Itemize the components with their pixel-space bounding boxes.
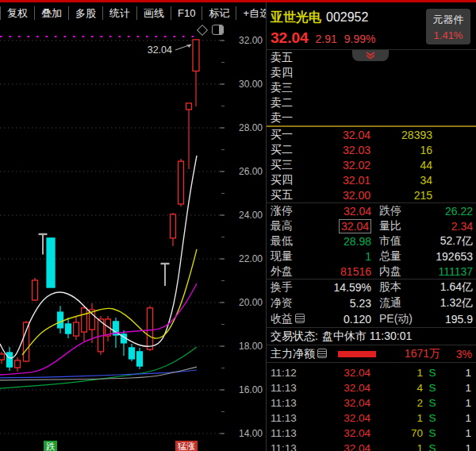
stat-label: 现量 xyxy=(267,249,312,264)
candle-body xyxy=(7,353,13,367)
buy-price: 32.03 xyxy=(315,144,370,156)
buy-price: 32.02 xyxy=(315,159,370,172)
price-annotation: 32.04 xyxy=(148,44,172,56)
stat-value: 32.04 xyxy=(312,205,371,218)
main-net-bar xyxy=(338,351,376,357)
collapse-chevron-button[interactable] xyxy=(352,50,389,61)
stat-value: 2.34 xyxy=(425,220,476,233)
trade-side: S xyxy=(423,382,442,394)
event-tag-drop[interactable]: 跌 xyxy=(44,441,57,451)
trade-volume: 1 xyxy=(370,412,423,424)
stat-label: 量比 xyxy=(371,219,425,233)
stock-title-row: 亚世光电 002952 xyxy=(271,10,368,26)
sell-row-2[interactable]: 卖二 xyxy=(267,95,476,110)
candle-body xyxy=(33,280,38,300)
stat-label: 外盘 xyxy=(267,264,312,279)
stats-row: 最高32.04量比2.34 xyxy=(267,218,476,233)
y-axis-label: 22.00 xyxy=(239,253,263,264)
trading-status-value: 盘中休市 11:30:01 xyxy=(322,330,412,344)
ma-gray-line xyxy=(0,367,197,380)
y-axis-label: 30.00 xyxy=(239,79,263,90)
trade-count: 1 xyxy=(442,427,476,439)
report-period-icon[interactable] xyxy=(295,314,305,323)
y-axis-label: 28.00 xyxy=(239,122,263,133)
trade-time: 11:13 xyxy=(267,427,302,439)
buy-row-5[interactable]: 买五32.00215 xyxy=(267,187,476,202)
stat-value: 1.32亿 xyxy=(425,296,476,310)
trade-price: 32.04 xyxy=(302,442,370,451)
candle-body xyxy=(66,324,71,333)
buy-price: 32.01 xyxy=(315,174,370,187)
sell-row-3[interactable]: 卖三 xyxy=(267,80,476,95)
stat-value: 52.7亿 xyxy=(425,234,476,249)
stat-label: 股本 xyxy=(371,280,425,295)
buy-label: 买三 xyxy=(267,158,315,172)
diamond-marker-icon[interactable] xyxy=(197,24,208,35)
trade-volume: 1 xyxy=(370,442,423,451)
sell-row-1[interactable]: 卖一 xyxy=(267,110,476,125)
ma-green-line xyxy=(0,347,197,388)
trade-price: 32.04 xyxy=(302,427,370,439)
stat-value: 1 xyxy=(312,250,371,263)
candle-body xyxy=(15,360,21,368)
tick-trade-list[interactable]: 11:1232.041S1 11:1332.044S1 11:1332.042S… xyxy=(267,363,476,451)
toolbar-item-draw[interactable]: 画线 xyxy=(137,6,171,21)
sell-label: 卖五 xyxy=(267,51,315,65)
trade-count: 1 xyxy=(442,367,476,379)
toolbar-item-multistock[interactable]: 多股 xyxy=(69,6,102,21)
stat-label: 内盘 xyxy=(371,264,425,279)
toolbar-item-overlay[interactable]: 叠加 xyxy=(35,6,68,21)
sell-row-4[interactable]: 卖四 xyxy=(267,65,476,80)
candle-body xyxy=(74,322,79,336)
trade-time: 11:13 xyxy=(267,442,302,451)
price-change-percent: 9.99% xyxy=(344,33,376,45)
kline-chart[interactable]: 32.0030.0028.0026.0024.0022.0020.0018.00… xyxy=(0,0,266,451)
stat-label: 涨停 xyxy=(267,204,312,218)
buy-label: 买五 xyxy=(267,188,315,202)
trade-volume: 2 xyxy=(370,397,423,409)
current-price: 32.04 xyxy=(271,29,309,47)
trade-side: S xyxy=(423,427,442,439)
trade-price: 32.04 xyxy=(302,382,370,394)
sector-badge[interactable]: 元器件 1.41% xyxy=(426,9,470,44)
trade-row: 11:1332.041S1 xyxy=(267,411,476,426)
trade-row: 11:1332.0470S1 xyxy=(267,426,476,441)
main-net-value: 1671万 xyxy=(376,347,440,361)
main-net-row[interactable]: 主力净额 1671万 3% xyxy=(267,345,476,362)
buy-vol: 28393 xyxy=(370,129,476,141)
detail-icon[interactable] xyxy=(317,349,327,358)
trade-row: 11:1332.042S1 xyxy=(267,395,476,411)
buy-row-4[interactable]: 买四32.0134 xyxy=(267,172,476,187)
toolbar-item-stats[interactable]: 统计 xyxy=(103,6,136,21)
y-axis-label: 24.00 xyxy=(239,210,263,221)
buy-row-2[interactable]: 买二32.0316 xyxy=(267,142,476,157)
buy-order-book: 买一32.0428393 买二32.0316 买三32.0244 买四32.01… xyxy=(267,127,476,202)
trade-time: 11:13 xyxy=(267,412,302,424)
stats-row: 净资5.23流通1.32亿 xyxy=(267,295,476,311)
quote-header: 亚世光电 002952 32.04 2.91 9.99% 元器件 1.41% xyxy=(267,2,476,49)
buy-row-1[interactable]: 买一32.0428393 xyxy=(267,127,476,142)
candle-body xyxy=(178,161,184,204)
candle-body xyxy=(193,40,199,71)
stat-label: 市值 xyxy=(371,234,425,249)
panel-toggle-icon[interactable] xyxy=(212,25,224,35)
toolbar-item-f10[interactable]: F10 xyxy=(171,7,202,19)
stat-label: 最低 xyxy=(267,234,312,249)
trading-status-row: 交易状态: 盘中休市 11:30:01 xyxy=(267,328,476,345)
main-net-label: 主力净额 xyxy=(267,347,327,361)
sector-change: 1.41% xyxy=(434,29,463,41)
trade-side: S xyxy=(423,412,442,424)
toolbar-item-mark[interactable]: 标记 xyxy=(202,6,236,21)
stat-value: 14.59% xyxy=(312,281,371,294)
chart-corner-icons xyxy=(198,25,224,35)
stat-value: 32.04 xyxy=(312,220,371,233)
toolbar-item-adjust[interactable]: 复权 xyxy=(1,6,34,21)
event-tag-surge[interactable]: 猛涨 xyxy=(175,441,198,451)
trade-row: 11:1232.041S1 xyxy=(267,365,476,380)
candle-body xyxy=(82,308,87,332)
buy-row-3[interactable]: 买三32.0244 xyxy=(267,157,476,172)
toolbar: 复权 叠加 多股 统计 画线 F10 标记 +自选 返回 xyxy=(0,2,266,24)
stat-value: 28.98 xyxy=(312,235,371,248)
buy-price: 32.00 xyxy=(315,189,370,202)
sell-label: 卖三 xyxy=(267,81,315,95)
